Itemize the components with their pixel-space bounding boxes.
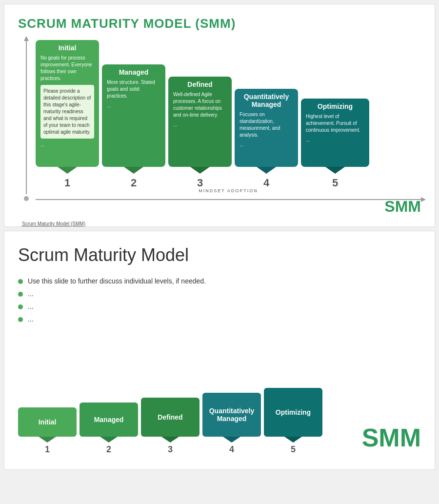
maturity-col-4: Quantitatively Managed Focuses on standa… [235, 89, 298, 189]
level1-title: Initial [40, 44, 94, 52]
slide1-title: SCRUM MATURITY MODEL (SMM) [18, 16, 421, 31]
bullet-text-1: ... [28, 290, 34, 298]
bullet-item-1: ... [18, 290, 421, 298]
bottom-level4-title: Quantitatively Managed [208, 407, 255, 423]
level2-number: 2 [131, 177, 137, 189]
columns-container: MINDSET ADOPTION Initial No goals for pr… [36, 40, 421, 219]
level3-dots: ... [173, 121, 227, 128]
bottom-num-3: 3 [168, 444, 173, 455]
bottom-num-4: 4 [229, 444, 234, 455]
bottom-level2-title: Managed [94, 416, 124, 423]
bottom-badge-3: Defined [141, 398, 200, 437]
bottom-triangle-2 [100, 437, 118, 443]
bottom-badge-1: Initial [18, 407, 77, 437]
bullet-text-2: ... [28, 302, 34, 310]
maturity-card-5: Optimizing Highest level of achievement.… [301, 99, 369, 167]
level4-desc: Focuses on standardization, measurement,… [239, 111, 293, 139]
bullet-item-0: Use this slide to further discuss indivi… [18, 277, 421, 285]
level3-number: 3 [197, 177, 203, 189]
level5-triangle [325, 167, 345, 174]
level5-desc: Highest level of achievement. Pursuit of… [306, 113, 364, 134]
level1-dots: ... [40, 141, 94, 148]
bullet-dot-2 [18, 304, 23, 309]
bottom-level-1: Initial 1 [18, 407, 77, 455]
bullet-list: Use this slide to further discuss indivi… [18, 277, 421, 328]
bottom-level-5: Optimizing 5 [264, 388, 322, 455]
slide-top: SCRUM MATURITY MODEL (SMM) ORGANIZATION … [4, 4, 435, 227]
maturity-col-1: Initial No goals for process improvement… [36, 40, 99, 189]
level1-extra: Please provide a detailed description of… [40, 85, 94, 139]
level1-number: 1 [64, 177, 70, 189]
bottom-level-3: Defined 3 [141, 398, 200, 455]
level1-desc: No goals for process improvement. Everyo… [40, 55, 94, 82]
bottom-level-2: Managed 2 [80, 403, 138, 455]
bottom-triangle-1 [39, 437, 56, 443]
maturity-card-2: Managed More structure. Stated goals and… [102, 64, 165, 167]
bottom-triangle-3 [161, 437, 179, 443]
bottom-level3-title: Defined [158, 413, 182, 421]
bottom-level5-title: Optimizing [276, 408, 311, 416]
source-label: Scrum Maturity Model (SMM) [22, 221, 85, 226]
bottom-num-1: 1 [45, 444, 50, 455]
bottom-badge-2: Managed [80, 403, 138, 437]
bottom-level-4: Quantitatively Managed 4 [202, 393, 261, 455]
bottom-badge-5: Optimizing [264, 388, 322, 437]
bullet-dot-0 [18, 279, 23, 284]
maturity-col-3: Defined Well-defined Agile processes. A … [168, 77, 232, 189]
bottom-triangle-4 [223, 437, 240, 443]
maturity-col-5: Optimizing Highest level of achievement.… [301, 99, 369, 189]
bullet-item-3: ... [18, 315, 421, 323]
level2-desc: More structure. Stated goals and solid p… [107, 79, 160, 100]
smm-label-bottom: SMM [362, 423, 421, 455]
level5-dots: ... [306, 137, 364, 143]
bullet-item-2: ... [18, 302, 421, 310]
axis-origin-dot [24, 196, 29, 201]
level5-number: 5 [332, 177, 338, 189]
slide-bottom: Scrum Maturity Model Use this slide to f… [4, 231, 435, 470]
level3-title: Defined [173, 81, 227, 88]
level4-triangle [257, 167, 276, 174]
smm-label-top: SMM [384, 198, 421, 216]
level3-triangle [190, 167, 210, 174]
bullet-dot-1 [18, 292, 23, 297]
bottom-triangle-5 [284, 437, 302, 443]
level2-title: Managed [107, 68, 160, 76]
chart-area: ORGANIZATION REACH MINDSET ADOPTION Init… [36, 40, 421, 219]
level4-number: 4 [263, 177, 269, 189]
maturity-card-4: Quantitatively Managed Focuses on standa… [235, 89, 298, 167]
level2-dots: ... [107, 102, 160, 109]
bullet-text-0: Use this slide to further discuss indivi… [28, 277, 206, 285]
bottom-levels: Initial 1 Managed 2 Defined 3 Quantitati… [18, 388, 421, 460]
maturity-col-2: Managed More structure. Stated goals and… [102, 64, 165, 189]
bottom-num-2: 2 [106, 444, 111, 455]
y-axis-arrow [26, 40, 27, 194]
x-axis: MINDSET ADOPTION [36, 199, 421, 200]
maturity-card-1: Initial No goals for process improvement… [36, 40, 99, 167]
level4-title: Quantitatively Managed [239, 93, 293, 108]
level2-triangle [124, 167, 143, 174]
bottom-badge-4: Quantitatively Managed [202, 393, 261, 437]
bullet-dot-3 [18, 317, 23, 322]
level5-title: Optimizing [306, 102, 364, 110]
level3-desc: Well-defined Agile processes. A focus on… [173, 91, 227, 119]
level4-dots: ... [239, 141, 293, 148]
slide2-title: Scrum Maturity Model [18, 245, 421, 265]
maturity-card-3: Defined Well-defined Agile processes. A … [168, 77, 232, 167]
level1-triangle [58, 167, 77, 174]
bottom-level1-title: Initial [39, 418, 57, 426]
bullet-text-3: ... [28, 315, 34, 323]
bottom-num-5: 5 [291, 444, 296, 455]
